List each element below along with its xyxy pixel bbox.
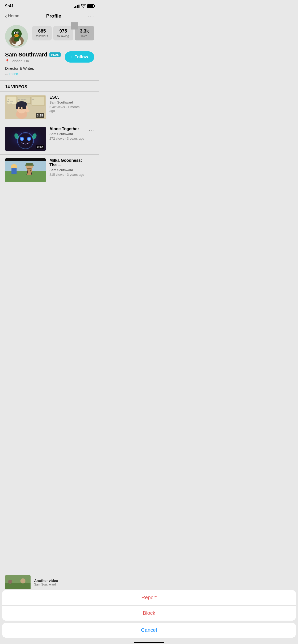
profile-name-area: Sam Southward PLUS 📍 London, UK: [5, 51, 62, 63]
location-text: London, UK: [10, 59, 29, 63]
svg-rect-11: [14, 38, 19, 41]
video-item[interactable]: ✕ NO TATTOOS AT WORK NO TATTOOS NO: [0, 92, 99, 123]
profile-top: 685 followers 975 following 3.3k likes: [5, 25, 94, 48]
svg-point-36: [18, 134, 33, 148]
avatar: [5, 25, 28, 48]
thumb-esc: ✕ NO TATTOOS AT WORK NO TATTOOS NO: [5, 95, 46, 119]
status-icons: [74, 4, 94, 8]
location-pin-icon: 📍: [5, 59, 9, 63]
back-label: Home: [8, 13, 19, 19]
video-info-esc: ESC. Sam Southward 5.4k views · 1 month …: [49, 95, 85, 113]
video-item-alone[interactable]: 0:42 Alone Together Sam Southward 272 vi…: [0, 123, 99, 154]
status-bar: 9:41: [0, 0, 99, 11]
video-thumbnail-alone[interactable]: 0:42: [5, 127, 46, 151]
profile-name: Sam Southward: [5, 51, 47, 58]
video-more-milka[interactable]: ···: [89, 159, 94, 165]
video-item-milka[interactable]: Milka Goodness: The ... Sam Southward 81…: [0, 155, 99, 186]
svg-text:AT WORK: AT WORK: [7, 103, 12, 104]
svg-point-7: [17, 32, 19, 34]
svg-rect-51: [26, 163, 33, 165]
video-duration-esc: 3:18: [36, 113, 44, 118]
svg-rect-15: [32, 96, 45, 105]
thumb-milka: [5, 158, 46, 182]
svg-rect-46: [5, 171, 46, 182]
bio-more-link[interactable]: more: [9, 71, 18, 76]
svg-text:NO: NO: [7, 98, 9, 100]
video-meta-alone: 272 views · 3 years ago: [49, 137, 85, 140]
video-title-alone: Alone Together: [49, 127, 85, 131]
video-duration-alone: 0:42: [36, 145, 44, 149]
video-meta-milka: 815 views · 3 years ago: [49, 173, 85, 177]
stats-container: 685 followers 975 following 3.3k likes: [32, 26, 94, 40]
videos-section: 14 VIDEOS: [0, 81, 99, 91]
svg-rect-47: [5, 161, 46, 171]
video-thumbnail-milka[interactable]: [5, 158, 46, 182]
svg-point-30: [21, 109, 22, 110]
page-title: Profile: [46, 13, 61, 19]
video-title-milka: Milka Goodness: The ...: [49, 158, 85, 167]
svg-rect-33: [27, 107, 28, 111]
video-info-milka: Milka Goodness: The ... Sam Southward 81…: [49, 158, 85, 177]
likes-label: likes: [76, 34, 93, 38]
following-count: 975: [55, 28, 71, 34]
bio-text: Director & Writer.: [5, 66, 34, 70]
video-title-esc: ESC.: [49, 95, 85, 100]
svg-text:NO TATTOOS: NO TATTOOS: [18, 99, 26, 100]
svg-point-28: [19, 107, 21, 109]
video-info-alone: Alone Together Sam Southward 272 views ·…: [49, 127, 85, 140]
profile-bio: Director & Writer. ... more: [5, 66, 94, 76]
back-button[interactable]: ‹ Home: [5, 13, 19, 19]
status-time: 9:41: [5, 4, 14, 9]
bio-ellipsis: ...: [5, 71, 9, 76]
profile-info: Sam Southward PLUS 📍 London, UK + Follow: [5, 51, 94, 63]
video-more-alone[interactable]: ···: [89, 128, 94, 133]
svg-point-6: [15, 32, 16, 34]
battery-icon: [87, 4, 94, 8]
profile-location: 📍 London, UK: [5, 59, 62, 63]
likes-stat[interactable]: 3.3k likes: [75, 26, 94, 40]
back-arrow-icon: ‹: [5, 13, 7, 19]
wifi-icon: [81, 4, 86, 8]
nav-bar: ‹ Home Profile ···: [0, 11, 99, 22]
thumb-alone: 0:42: [5, 127, 46, 151]
following-label: following: [55, 34, 71, 38]
video-more-esc[interactable]: ···: [89, 96, 94, 101]
follow-button[interactable]: + Follow: [65, 51, 94, 63]
svg-rect-25: [24, 104, 26, 109]
svg-point-40: [28, 138, 30, 140]
svg-text:TATTOOS: TATTOOS: [7, 100, 13, 102]
svg-rect-49: [11, 168, 17, 174]
plus-badge: PLUS: [49, 52, 60, 57]
videos-count-header: 14 VIDEOS: [5, 85, 27, 89]
more-button[interactable]: ···: [88, 13, 94, 19]
video-author-milka: Sam Southward: [49, 168, 85, 172]
video-author-esc: Sam Southward: [49, 100, 85, 104]
svg-rect-44: [5, 158, 46, 161]
video-author-alone: Sam Southward: [49, 132, 85, 136]
followers-stat[interactable]: 685 followers: [32, 26, 52, 40]
svg-point-29: [22, 107, 24, 109]
followers-count: 685: [34, 28, 50, 34]
svg-point-39: [21, 138, 23, 140]
svg-rect-52: [25, 165, 34, 166]
video-meta-esc: 5.4k views · 1 month ago: [49, 105, 85, 113]
video-thumbnail-esc[interactable]: ✕ NO TATTOOS AT WORK NO TATTOOS NO: [5, 95, 46, 119]
followers-label: followers: [34, 34, 50, 38]
svg-text:NO: NO: [32, 98, 34, 100]
svg-rect-24: [16, 104, 18, 109]
profile-name-row: Sam Southward PLUS: [5, 51, 62, 58]
likes-count: 3.3k: [76, 28, 93, 34]
signal-icon: [74, 5, 79, 8]
following-stat[interactable]: 975 following: [53, 26, 73, 40]
profile-section: 685 followers 975 following 3.3k likes S…: [0, 22, 99, 80]
